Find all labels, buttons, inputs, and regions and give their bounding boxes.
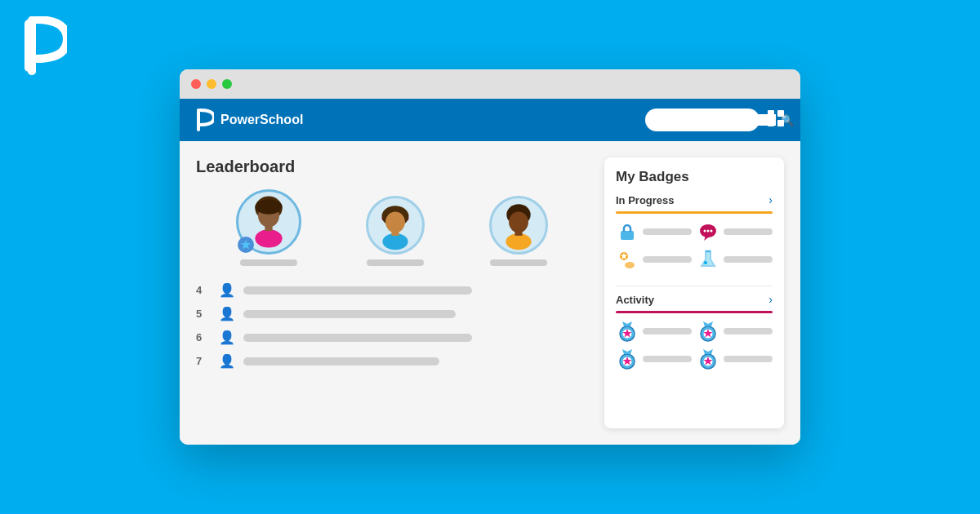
name-bar-5: [243, 310, 456, 318]
player-3-name-bar: [490, 259, 547, 266]
activity-badge-item: [697, 320, 773, 343]
browser-window: PowerSchool 🔍 Leaderboard: [180, 69, 800, 445]
svg-rect-3: [197, 109, 200, 131]
svg-rect-4: [768, 110, 774, 117]
svg-rect-12: [265, 225, 273, 231]
svg-rect-2: [28, 16, 36, 75]
nav-logo: PowerSchool: [196, 109, 303, 131]
rank-4: 4: [196, 284, 211, 296]
badge-label-bar: [643, 256, 692, 263]
nav-right: 🔍: [645, 109, 784, 131]
svg-rect-23: [621, 231, 634, 240]
player-3: [489, 196, 548, 266]
badge-label-bar: [643, 328, 692, 335]
in-progress-label: In Progress: [616, 194, 675, 206]
player-1: [236, 189, 301, 266]
person-icon-5: 👤: [219, 306, 235, 321]
activity-badge-grid: [616, 320, 773, 370]
svg-point-26: [704, 230, 706, 233]
svg-rect-7: [777, 120, 784, 126]
activity-category: Activity ›: [616, 293, 773, 370]
badge-label-bar: [724, 356, 773, 362]
grid-icon[interactable]: [768, 110, 784, 131]
badge-item: [616, 248, 692, 271]
in-progress-arrow: ›: [768, 193, 773, 206]
flask-badge-icon: [697, 248, 719, 271]
medal-badge-icon-1: [616, 320, 639, 343]
avatar-container-3: [489, 196, 548, 255]
svg-point-31: [625, 262, 635, 268]
in-progress-badge-grid: [616, 220, 773, 271]
svg-rect-5: [777, 110, 784, 117]
leaderboard-title: Leaderboard: [196, 157, 588, 176]
rank-6: 6: [196, 331, 211, 343]
window-close-button[interactable]: [191, 79, 201, 89]
nav-logo-text: PowerSchool: [220, 113, 303, 127]
lock-badge-icon: [616, 220, 639, 243]
badge-label-bar: [724, 256, 773, 263]
leaderboard-section: Leaderboard: [196, 157, 588, 428]
medal-badge-icon-2: [697, 320, 719, 343]
person-icon-6: 👤: [219, 330, 235, 345]
person-icon-7: 👤: [219, 353, 235, 369]
rank-7: 7: [196, 355, 211, 367]
window-minimize-button[interactable]: [207, 79, 216, 89]
in-progress-underline: [616, 211, 773, 214]
svg-rect-6: [768, 120, 774, 126]
svg-point-10: [256, 199, 283, 215]
badge-label-bar: [643, 356, 692, 362]
main-content: Leaderboard: [180, 141, 800, 445]
activity-badge-item: [697, 348, 773, 370]
search-box[interactable]: 🔍: [645, 109, 760, 131]
nav-bar: PowerSchool 🔍: [180, 99, 800, 141]
badge-label-bar: [643, 228, 692, 235]
top-players: [196, 189, 588, 266]
in-progress-header[interactable]: In Progress ›: [616, 193, 773, 206]
in-progress-category: In Progress ›: [616, 193, 773, 271]
badge-label-bar: [724, 328, 773, 335]
svg-point-27: [707, 230, 710, 233]
rank-5: 5: [196, 308, 211, 320]
activity-header[interactable]: Activity ›: [616, 293, 773, 306]
rank-badge-1: [238, 237, 254, 253]
svg-rect-18: [391, 230, 399, 235]
activity-underline: [616, 311, 773, 313]
avatar-container-1: [236, 189, 301, 255]
svg-point-16: [385, 212, 405, 233]
player-2-name-bar: [367, 259, 424, 266]
medal-badge-icon-4: [697, 348, 719, 370]
svg-point-21: [506, 233, 531, 250]
svg-point-20: [509, 212, 528, 233]
list-row: 6 👤: [196, 330, 588, 345]
search-input[interactable]: [653, 114, 776, 126]
svg-marker-13: [241, 240, 251, 250]
chat-badge-icon: [697, 220, 719, 243]
activity-label: Activity: [616, 294, 654, 306]
player-1-name-bar: [240, 259, 297, 266]
badge-item: [616, 220, 692, 243]
name-bar-6: [243, 334, 472, 342]
list-row: 4 👤: [196, 282, 588, 298]
avatar-container-2: [366, 196, 425, 255]
list-row: 7 👤: [196, 353, 588, 369]
activity-arrow: ›: [768, 293, 773, 306]
star-people-badge-icon: [616, 248, 639, 271]
badges-section: My Badges In Progress ›: [604, 157, 784, 428]
avatar-2: [366, 196, 425, 255]
avatar-3: [489, 196, 548, 255]
medal-badge-icon-3: [616, 348, 639, 370]
name-bar-7: [243, 357, 439, 366]
leaderboard-list: 4 👤 5 👤 6 👤 7 👤: [196, 282, 588, 369]
badge-label-bar: [724, 228, 773, 235]
badges-divider: [616, 286, 773, 286]
title-bar: [180, 69, 800, 99]
activity-badge-item: [616, 348, 692, 370]
svg-point-33: [704, 261, 707, 264]
window-maximize-button[interactable]: [222, 79, 232, 89]
svg-point-28: [710, 230, 713, 233]
svg-point-11: [256, 229, 283, 247]
svg-rect-22: [514, 230, 522, 235]
name-bar-4: [243, 286, 472, 295]
badge-item: [697, 248, 773, 271]
person-icon-4: 👤: [219, 282, 235, 298]
